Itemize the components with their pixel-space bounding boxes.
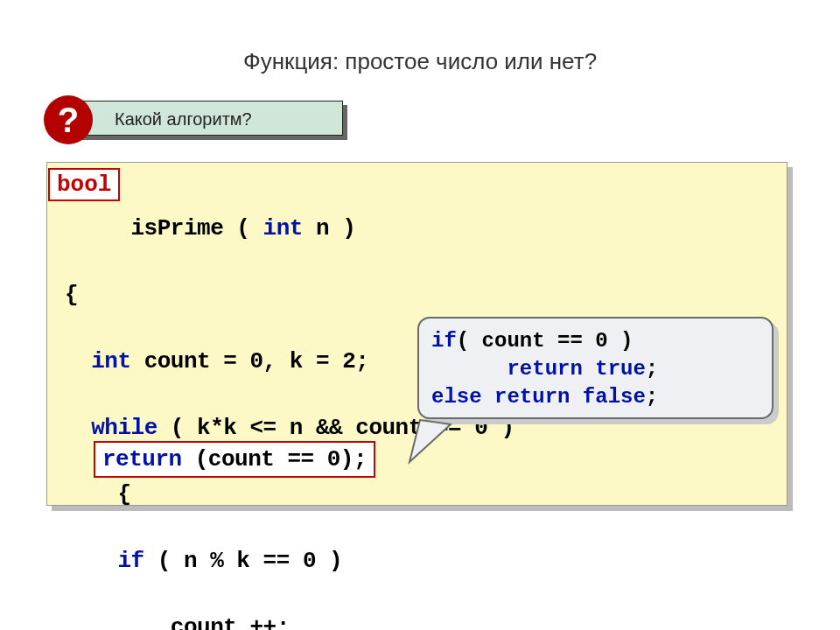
svg-marker-0 <box>410 420 451 462</box>
tooltip-expansion: if( count == 0 ) return true; else retur… <box>417 317 780 426</box>
bool-keyword-box: bool <box>48 168 120 201</box>
slide-title: Функция: простое число или нет? <box>0 48 840 75</box>
question-mark-icon: ? <box>44 95 93 144</box>
question-bar: Какой алгоритм? ? <box>61 101 350 141</box>
return-statement-box: return (count == 0); <box>94 441 375 478</box>
tooltip-content: if( count == 0 ) return true; else retur… <box>417 317 774 419</box>
question-text: Какой алгоритм? <box>61 101 343 136</box>
